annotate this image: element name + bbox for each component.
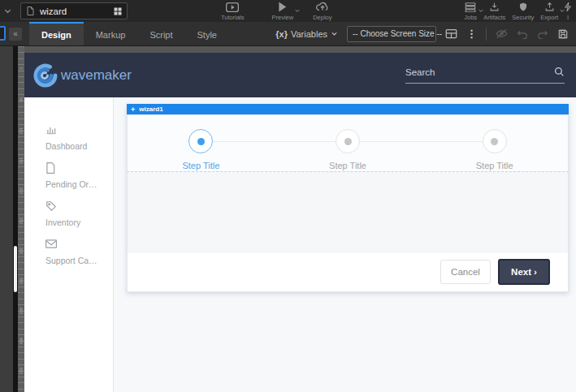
step-dot-icon	[197, 138, 205, 145]
preview-dropdown-chevron-icon[interactable]	[294, 7, 301, 14]
tab-design[interactable]: Design	[29, 22, 84, 45]
redo-icon	[537, 29, 548, 39]
save-icon	[557, 28, 569, 40]
wizard-steps-header: Step Title Step Title Step Title	[127, 114, 569, 171]
play-icon	[278, 2, 287, 12]
chevron-down-icon	[331, 30, 338, 37]
layout-view-button[interactable]	[445, 28, 457, 39]
video-icon	[226, 2, 239, 12]
envelope-icon	[45, 238, 113, 250]
tag-icon	[45, 200, 113, 212]
undo-icon	[517, 29, 528, 39]
design-canvas: wavemaker Search Dashboard	[24, 46, 576, 392]
brand-name: wavemaker	[61, 67, 132, 84]
redo-button[interactable]	[537, 29, 548, 39]
screen-size-select[interactable]: -- Choose Screen Size --	[347, 26, 436, 42]
ruler-label: 500	[19, 368, 24, 374]
wizard-step-content-area[interactable]	[127, 171, 569, 252]
studio-topbar: wizard Tutorials Preview	[0, 0, 576, 22]
nav-item-dashboard[interactable]: Dashboard	[45, 123, 113, 151]
grid-icon[interactable]	[113, 6, 123, 16]
wizard-footer: Cancel Next›	[127, 252, 569, 292]
left-rail: 0 50 100 150 200 250 300 350 400 450 500	[0, 46, 24, 392]
editor-tabs: Design Markup Script Style	[29, 22, 229, 45]
next-button[interactable]: Next›	[498, 259, 550, 285]
step-circle	[188, 129, 213, 153]
jobs-button[interactable]: Jobs	[464, 2, 477, 21]
wavemaker-studio: wizard Tutorials Preview	[0, 0, 576, 392]
wizard-step-2[interactable]: Step Title	[275, 115, 422, 171]
save-button[interactable]	[557, 28, 569, 40]
ruler-label: 50	[19, 97, 24, 102]
topbar-right-actions: Jobs Artifacts Security	[464, 2, 571, 21]
ruler-label: 450	[19, 338, 24, 344]
wizard-widget[interactable]: + wizard1 Step Title Step Title	[127, 104, 569, 292]
wizard-step-1[interactable]: Step Title	[128, 115, 275, 171]
nav-item-support-cases[interactable]: Support Ca…	[45, 238, 113, 265]
tab-style[interactable]: Style	[185, 22, 229, 45]
upload-icon	[544, 2, 555, 12]
brand[interactable]: wavemaker	[32, 62, 132, 88]
layout-icon	[445, 28, 457, 39]
tutorials-button[interactable]: Tutorials	[221, 2, 244, 21]
ruler-label: 150	[19, 157, 24, 164]
eye-off-icon	[496, 28, 508, 39]
ruler-label: 250	[19, 218, 24, 224]
chevron-down-icon[interactable]	[3, 6, 12, 15]
scrollbar-thumb[interactable]	[14, 246, 17, 292]
widgets-panel-active-stub[interactable]	[0, 26, 6, 41]
cloud-upload-icon	[316, 2, 329, 12]
chart-bar-icon	[45, 123, 113, 136]
step-circle	[483, 129, 507, 153]
canvas-top-gutter	[24, 46, 576, 53]
shield-icon	[518, 2, 528, 12]
project-name-box[interactable]: wizard	[20, 2, 128, 19]
deploy-button[interactable]: Deploy	[313, 2, 331, 21]
cutoff-toolbar-icon[interactable]: I	[565, 2, 571, 21]
ruler-label: 300	[19, 248, 24, 254]
ruler-label: 200	[19, 187, 24, 194]
nav-item-inventory[interactable]: Inventory	[45, 200, 113, 227]
page-icon	[25, 6, 35, 16]
search-input[interactable]: Search	[405, 67, 565, 84]
tab-markup[interactable]: Markup	[84, 22, 138, 45]
artifacts-button[interactable]: Artifacts	[483, 2, 505, 21]
nav-item-pending-orders[interactable]: Pending Or…	[45, 162, 113, 189]
step-circle	[336, 129, 360, 153]
ruler-label: 350	[19, 278, 24, 284]
ruler-label: 0	[19, 67, 24, 70]
toolbar-divider	[486, 28, 487, 41]
widget-name: wizard1	[139, 106, 162, 113]
step-dot-icon	[491, 138, 498, 145]
app-body: Dashboard Pending Or… Inventory	[24, 97, 576, 392]
more-options-button[interactable]: ⋮	[466, 28, 477, 40]
move-icon[interactable]: +	[131, 106, 135, 114]
ruler-label: 400	[19, 308, 24, 314]
security-button[interactable]: Security	[512, 2, 534, 21]
step-dot-icon	[344, 138, 352, 145]
app-header: wavemaker Search	[24, 53, 576, 97]
vertical-ruler: 0 50 100 150 200 250 300 350 400 450 500	[18, 46, 24, 392]
search-placeholder: Search	[405, 67, 435, 77]
cancel-button[interactable]: Cancel	[440, 260, 491, 284]
variables-button[interactable]: {x} Variables	[275, 29, 338, 39]
search-icon[interactable]	[554, 67, 565, 77]
wavemaker-logo-icon	[32, 62, 58, 88]
export-button[interactable]: Export	[540, 2, 558, 21]
editor-tabbar: « Design Markup Script Style {x} Variabl…	[0, 22, 576, 46]
preview-button[interactable]: Preview	[271, 2, 293, 21]
variables-x-glyph: {x}	[275, 29, 288, 39]
ruler-label: 100	[19, 127, 24, 134]
widget-selection-bar[interactable]: + wizard1	[127, 104, 569, 114]
toggle-visibility-button[interactable]	[496, 28, 508, 39]
jobs-icon	[465, 2, 476, 12]
wizard-step-3[interactable]: Step Title	[421, 115, 568, 171]
undo-button[interactable]	[517, 29, 528, 39]
lightning-icon	[565, 2, 571, 12]
app-main-content: + wizard1 Step Title Step Title	[114, 97, 576, 392]
collapse-panel-button[interactable]: «	[9, 28, 22, 41]
topbar-center-actions: Tutorials Preview Deploy	[221, 2, 332, 21]
tabbar-right-tools: {x} Variables -- Choose Screen Size -- ⋮	[275, 22, 576, 45]
design-workspace: 0 50 100 150 200 250 300 350 400 450 500	[0, 46, 576, 392]
tab-script[interactable]: Script	[137, 22, 184, 45]
